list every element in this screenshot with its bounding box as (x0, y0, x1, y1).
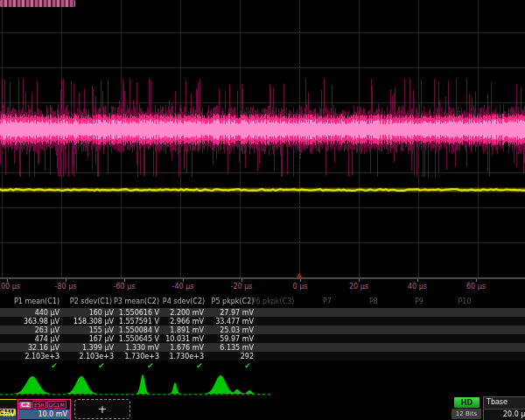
status-check-icon: ✔ (98, 361, 105, 370)
stat-value: 2.103e+3 (24, 353, 60, 360)
timebase-title: Tbase (484, 397, 525, 410)
axis-label: -60 µs (114, 283, 136, 290)
oscilloscope-screen: -100 µs-80 µs-60 µs-40 µs-20 µs0 µs20 µs… (0, 0, 525, 420)
stat-value: 263 µV (35, 326, 60, 334)
stat-value: 6.135 mV (220, 344, 254, 352)
axis-label: -40 µs (172, 283, 194, 290)
axis-tick (476, 279, 477, 282)
stat-value: 1.891 mV (170, 326, 204, 334)
time-axis: -100 µs-80 µs-60 µs-40 µs-20 µs0 µs20 µs… (0, 278, 525, 294)
measurement-table: P1 mean(C1)P2 sdev(C1)P3 mean(C2)P4 sdev… (0, 298, 525, 374)
param-header-inactive[interactable]: P6 pkpk(C3) (252, 298, 295, 305)
stat-row: 474 µV167 µV1.550645 V10.031 mV59.97 mV (0, 334, 525, 343)
c1-scale-value: 10.0 mV (0, 410, 17, 420)
timebase-value: 20.0 µs/div (484, 410, 525, 420)
axis-label: 60 µs (466, 283, 486, 290)
stat-value: 33.477 mV (215, 318, 254, 326)
stat-value: 1.550616 V (119, 309, 159, 317)
stat-value: 1.557591 V (119, 318, 159, 326)
stat-value: 2.200 mV (170, 309, 204, 317)
trigger-position-icon[interactable] (296, 273, 303, 278)
stat-value: 158.308 µV (74, 318, 114, 326)
stat-value: 1.330 mV (125, 344, 159, 352)
stat-value: 25.03 mV (220, 326, 254, 334)
waveform-grid-display[interactable] (0, 0, 525, 282)
axis-tick (124, 279, 125, 282)
stat-value: 474 µV (35, 335, 60, 343)
bottom-descriptor-bar: DC1M 10.0 mV C2 ESR DC1M 10.0 mV + HD 12… (0, 396, 525, 420)
stat-value: 155 µV (89, 326, 114, 334)
status-check-icon: ✔ (244, 361, 251, 370)
hd-mode-badge[interactable]: HD (454, 397, 480, 408)
stat-value: 10.031 mV (165, 335, 204, 343)
axis-tick (417, 279, 418, 282)
stat-value: 1.550645 V (119, 335, 159, 343)
stat-row: 263 µV155 µV1.550084 V1.891 mV25.03 mV (0, 326, 525, 334)
channel1-descriptor-clip: DC1M 10.0 mV (0, 396, 17, 420)
stat-value: 2.966 mV (170, 318, 204, 326)
param-header[interactable]: P2 sdev(C1) (70, 298, 112, 305)
timebase-descriptor[interactable]: Tbase 20.0 µs/div (483, 396, 525, 420)
cropped-pink-label (0, 0, 75, 7)
axis-label: 40 µs (408, 283, 427, 290)
param-header[interactable]: P3 mean(C2) (114, 298, 159, 305)
stat-value: 1.730e+3 (124, 353, 159, 360)
axis-tick (183, 279, 184, 282)
stat-row: 440 µV160 µV1.550616 V2.200 mV27.97 mV (0, 308, 525, 317)
axis-label: -100 µs (0, 283, 20, 290)
stat-value: 440 µV (35, 309, 60, 317)
axis-label: 20 µs (349, 283, 368, 290)
c2-scale-value: 10.0 mV (18, 410, 70, 419)
hd-bits-label: 12 Bits (452, 409, 481, 419)
axis-tick (359, 279, 360, 282)
stat-value: 1.399 µV (82, 344, 114, 352)
param-header-inactive[interactable]: P7 (323, 298, 332, 305)
axis-tick (66, 279, 66, 282)
stat-value: 167 µV (89, 335, 114, 343)
add-trace-button[interactable]: + (74, 399, 130, 419)
status-check-icon: ✔ (196, 361, 203, 370)
stat-value: 1.730e+3 (169, 353, 204, 360)
param-header[interactable]: P4 sdev(C2) (163, 298, 205, 305)
axis-label: -20 µs (231, 283, 253, 290)
axis-tick (300, 279, 301, 282)
param-header[interactable]: P5 pkpk(C2) (212, 298, 255, 305)
c2-coupling-tag: DC1M (47, 401, 66, 409)
stat-value: 2.103e+3 (79, 353, 114, 360)
param-header[interactable]: P1 mean(C1) (14, 298, 60, 305)
param-header-inactive[interactable]: P10 (458, 298, 471, 305)
axis-tick (7, 279, 8, 282)
stat-row: 363.98 µV158.308 µV1.557591 V2.966 mV33.… (0, 317, 525, 326)
c2-label: C2 (19, 402, 32, 409)
channel1-descriptor[interactable]: DC1M 10.0 mV (0, 399, 17, 420)
stat-value: 1.676 mV (170, 344, 204, 352)
stat-value: 59.97 mV (220, 335, 254, 343)
stat-value: 27.97 mV (220, 309, 254, 317)
stat-value: 292 (241, 353, 254, 360)
c2-esr-tag: ESR (32, 401, 46, 409)
status-check-icon: ✔ (147, 361, 154, 370)
stat-value: 1.550084 V (119, 326, 159, 334)
axis-tick (242, 279, 242, 282)
stat-row: 32.16 µV1.399 µV1.330 mV1.676 mV6.135 mV (0, 343, 525, 352)
param-header-inactive[interactable]: P9 (415, 298, 424, 305)
stat-row: 2.103e+32.103e+31.730e+31.730e+3292 (0, 352, 525, 360)
axis-label: -80 µs (55, 283, 77, 290)
measurement-histogram-trace (0, 373, 280, 396)
stat-value: 32.16 µV (28, 344, 60, 352)
stat-value: 160 µV (89, 309, 114, 317)
status-check-icon: ✔ (51, 361, 58, 370)
axis-label: 0 µs (293, 283, 308, 290)
param-header-inactive[interactable]: P8 (369, 298, 378, 305)
stat-value: 363.98 µV (24, 318, 60, 326)
channel2-descriptor[interactable]: C2 ESR DC1M 10.0 mV (18, 399, 71, 420)
